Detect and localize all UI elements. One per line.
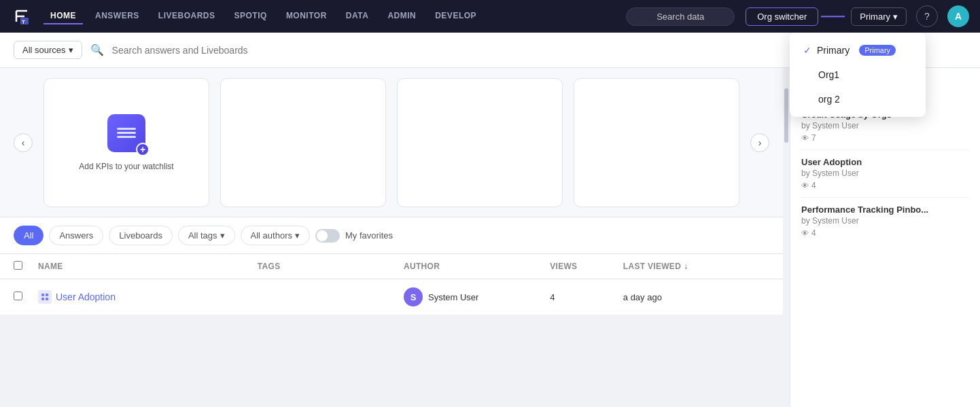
org-name-primary: Primary [817,45,850,56]
row-last-viewed-cell: a day ago [623,292,769,302]
plus-circle-icon: + [136,143,150,156]
trending-item-3-title: Performance Tracking Pinbo... [801,205,969,215]
author-name: System User [428,292,478,302]
toggle-knob [317,230,328,241]
eye-icon: 👁 [801,134,809,142]
table-row: User Adoption S System User 4 a day ago [0,279,783,315]
primary-badge: Primary [859,45,896,56]
scroll-column [783,68,790,407]
nav-home[interactable]: HOME [43,8,83,24]
svg-text:T: T [22,19,25,25]
all-authors-dropdown[interactable]: All authors ▾ [241,226,310,245]
my-favorites-toggle[interactable] [315,229,340,243]
add-kpi-label: Add KPIs to your watchlist [79,162,173,171]
nav-admin[interactable]: ADMIN [381,8,423,24]
trending-item-2-views: 👁 4 [801,181,969,190]
liveboard-icon [38,290,52,304]
logo: T [11,5,33,27]
all-authors-label: All authors [251,230,292,241]
card-3[interactable] [397,78,563,207]
primary-org-dropdown-button[interactable]: Primary ▾ [851,7,907,26]
org-name-org2: org 2 [818,94,840,105]
header-checkbox-cell [14,261,38,272]
nav-answers[interactable]: ANSWERS [88,8,146,24]
row-views-cell: 4 [550,292,623,302]
table-header: Name Tags Author Views Last viewed ↓ [0,254,783,279]
filter-bar: All Answers Liveboards All tags ▾ All au… [0,217,783,254]
prev-card-button[interactable]: ‹ [14,133,33,152]
help-button[interactable]: ? [916,5,938,27]
svg-rect-9 [46,298,48,300]
check-icon: ✓ [803,45,811,56]
org-switcher-button[interactable]: Org switcher [746,7,818,26]
all-tags-dropdown[interactable]: All tags ▾ [178,226,235,245]
filter-tab-all[interactable]: All [14,226,43,245]
card-4[interactable] [574,78,739,207]
chevron-down-icon: ▾ [69,45,73,55]
table-section: Name Tags Author Views Last viewed ↓ Use [0,254,783,315]
add-kpi-icon: + [107,114,145,152]
eye-icon-3: 👁 [801,229,809,237]
org-dropdown-item-org1[interactable]: Org1 [790,63,926,87]
chevron-down-icon: ▾ [220,230,225,241]
trending-item-3[interactable]: Performance Tracking Pinbo... by System … [801,198,969,245]
primary-label: Primary [860,12,890,22]
trending-item-2-sub: by System User [801,169,969,178]
trending-item-1-views: 👁 7 [801,133,969,143]
svg-rect-7 [46,294,48,296]
top-nav: T HOME ANSWERS LIVEBOARDS SPOTIQ MONITOR… [0,0,980,33]
all-sources-button[interactable]: All sources ▾ [14,41,82,59]
select-all-checkbox[interactable] [14,261,22,270]
row-author-cell: S System User [404,287,550,306]
eye-icon-2: 👁 [801,181,809,190]
header-tags: Tags [258,262,404,271]
trending-item-2[interactable]: User Adoption by System User 👁 4 [801,150,969,198]
scroll-thumb[interactable] [784,88,788,143]
card-2[interactable] [220,78,386,207]
org-dropdown-item-primary[interactable]: ✓ Primary Primary [790,38,926,63]
header-last-viewed: Last viewed ↓ [623,262,769,271]
header-name: Name [38,262,258,271]
row-name-link[interactable]: User Adoption [56,291,116,302]
filter-tab-answers[interactable]: Answers [49,226,103,245]
nav-spotiq[interactable]: SPOTIQ [228,8,274,24]
trending-item-2-title: User Adoption [801,157,969,167]
user-avatar-button[interactable]: A [947,5,969,27]
svg-rect-6 [41,294,44,296]
nav-develop[interactable]: DEVELOP [428,8,483,24]
trending-item-1-sub: by System User [801,121,969,130]
next-card-button[interactable]: › [750,133,769,152]
search-icon: 🔍 [90,43,104,56]
global-search-button[interactable]: Search data [626,7,735,26]
main-layout: ‹ + Add KPIs to your watchlist › Al [0,68,980,407]
header-author: Author [404,262,550,271]
org-name-org1: Org1 [818,69,839,80]
nav-monitor[interactable]: MONITOR [279,8,334,24]
filter-tab-liveboards[interactable]: Liveboards [109,226,173,245]
row-checkbox-cell [14,291,38,303]
row-checkbox[interactable] [14,291,22,300]
add-kpi-card[interactable]: + Add KPIs to your watchlist [43,78,209,207]
author-avatar: S [404,287,423,306]
trending-item-3-sub: by System User [801,216,969,226]
org-dropdown-item-org2[interactable]: org 2 [790,87,926,111]
org-dropdown: ✓ Primary Primary Org1 org 2 [790,33,926,117]
header-views: Views [550,262,623,271]
row-name-cell: User Adoption [38,290,258,304]
cards-section: ‹ + Add KPIs to your watchlist › [0,68,783,217]
lines-decoration [117,126,136,140]
sources-label: All sources [22,45,66,55]
right-sidebar: ↗ Trending Liveboards Credit Usage by Or… [790,68,980,407]
all-tags-label: All tags [188,230,217,241]
trending-item-3-views: 👁 4 [801,228,969,238]
content-area: ‹ + Add KPIs to your watchlist › Al [0,68,783,407]
svg-rect-8 [41,298,44,300]
sort-icon: ↓ [684,262,688,271]
nav-liveboards[interactable]: LIVEBOARDS [152,8,222,24]
chevron-down-icon: ▾ [893,12,898,22]
chevron-down-icon: ▾ [295,230,300,241]
nav-data[interactable]: DATA [339,8,376,24]
my-favorites-label: My favorites [345,230,393,241]
